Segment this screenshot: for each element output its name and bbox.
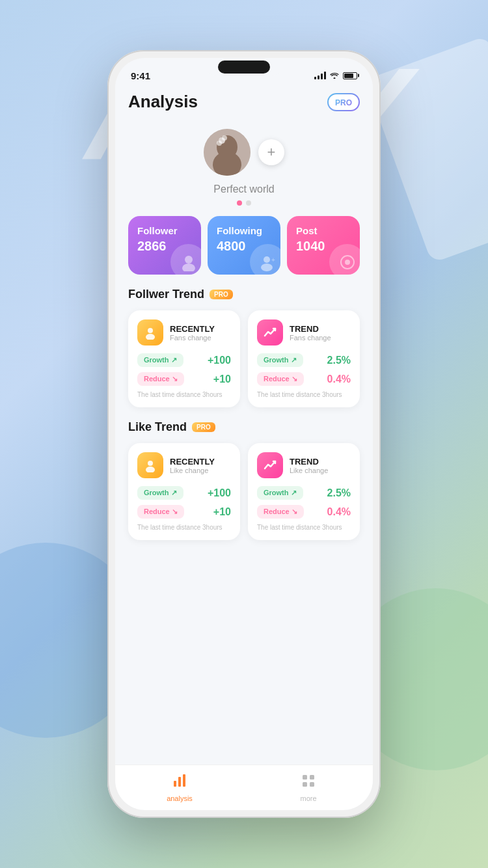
svg-point-15 [148,461,153,466]
follower-recently-title: RECENTLY [170,324,215,334]
stat-card-post[interactable]: Post 1040 [287,216,360,275]
nav-more[interactable]: more [244,765,373,810]
follower-trend-card-header: TREND Fans change [257,319,351,346]
follower-recently-sub: Fans change [170,334,215,342]
like-recently-icon [137,452,163,478]
like-trend-icon [257,452,283,478]
following-label: Following [217,225,271,236]
follower-trend-reduce-value: 0.4% [327,373,351,385]
svg-rect-22 [303,782,307,787]
analysis-icon [172,773,187,793]
stat-card-following[interactable]: Following 4800 + [208,216,280,275]
avatar[interactable] [204,129,251,176]
svg-point-6 [185,256,193,264]
follower-recently-reduce-badge: Reduce ↘ [137,372,184,386]
like-recently-header: RECENTLY Like change [137,452,231,478]
follower-label: Follower [137,225,192,236]
dot-inactive [246,200,251,206]
profile-section: + Perfect world [128,122,360,216]
stat-card-follower[interactable]: Follower 2866 [128,216,201,275]
page-dots [237,200,251,206]
svg-rect-20 [303,775,307,780]
like-trend-time: The last time distance 3hours [257,524,351,531]
trend-icon-pink [257,319,283,346]
svg-rect-17 [174,781,176,787]
like-recently-growth-row: Growth ↗ +100 [137,486,231,500]
follower-trend-row: RECENTLY Fans change Growth ↗ +100 Reduc… [128,310,360,407]
svg-rect-19 [183,774,185,787]
like-recently-sub: Like change [170,467,215,474]
follower-trend-card: TREND Fans change Growth ↗ 2.5% Reduce ↘… [248,310,360,407]
main-content: Analysis PRO [115,87,373,765]
bottom-nav: analysis more [115,765,373,810]
follower-trend-title: Follwer Trend [128,288,204,301]
svg-point-8 [264,256,270,263]
analysis-label: analysis [167,794,193,802]
pro-badge[interactable]: PRO [327,93,360,111]
follower-trend-growth-badge: Growth ↗ [257,353,303,367]
status-time: 9:41 [131,70,150,81]
follower-recently-reduce-value: +10 [213,373,231,385]
follower-recently-growth-badge: Growth ↗ [137,353,183,367]
stats-row: Follower 2866 Following 4800 [128,216,360,275]
follower-recently-growth-row: Growth ↗ +100 [137,353,231,367]
like-recently-growth-badge: Growth ↗ [137,486,183,500]
follower-trend-growth-row: Growth ↗ 2.5% [257,353,351,367]
like-recently-title: RECENTLY [170,457,215,467]
like-trend-card: TREND Like change Growth ↗ 2.5% Reduce ↘… [248,443,360,540]
svg-point-7 [182,264,195,271]
follower-trend-time: The last time distance 3hours [257,391,351,398]
like-trend-card-labels: TREND Like change [290,457,328,474]
follower-trend-reduce-badge: Reduce ↘ [257,372,304,386]
add-account-button[interactable]: + [258,139,284,165]
follower-trend-card-title: TREND [290,324,331,334]
follower-trend-card-sub: Fans change [290,334,331,342]
svg-point-9 [261,264,273,271]
nav-analysis[interactable]: analysis [115,765,244,810]
follower-trend-reduce-row: Reduce ↘ 0.4% [257,372,351,386]
svg-rect-18 [178,777,181,787]
follower-recently-card: RECENTLY Fans change Growth ↗ +100 Reduc… [128,310,240,407]
like-trend-header: Like Trend PRO [128,420,360,434]
svg-point-12 [345,260,350,265]
profile-avatars: + [204,129,284,176]
follower-recently-time: The last time distance 3hours [137,391,231,398]
svg-text:+: + [271,256,275,264]
like-trend-reduce-badge: Reduce ↘ [257,505,304,519]
recently-icon-yellow [137,319,163,346]
battery-fill [344,74,353,78]
follower-trend-pro-badge: PRO [210,290,233,299]
signal-icon [314,72,326,79]
notch-inner [218,61,270,74]
like-recently-reduce-row: Reduce ↘ +10 [137,505,231,519]
profile-name: Perfect world [213,183,274,195]
page-title: Analysis [128,92,198,112]
svg-point-16 [146,467,155,472]
wifi-icon [329,71,340,81]
svg-point-4 [217,141,222,146]
svg-rect-21 [310,775,314,780]
svg-rect-23 [310,782,314,787]
like-trend-card-sub: Like change [290,467,328,474]
svg-point-14 [146,334,155,340]
svg-point-5 [222,135,227,141]
like-trend-reduce-row: Reduce ↘ 0.4% [257,505,351,519]
like-trend-title: Like Trend [128,420,187,434]
status-icons [314,71,357,81]
like-recently-reduce-value: +10 [213,506,231,518]
phone-frame: 9:41 [107,50,381,818]
like-recently-reduce-badge: Reduce ↘ [137,505,184,519]
notch [205,58,283,76]
follower-trend-header: Follwer Trend PRO [128,288,360,301]
more-icon [301,773,316,793]
follower-recently-reduce-row: Reduce ↘ +10 [137,372,231,386]
like-trend-growth-badge: Growth ↗ [257,486,303,500]
more-label: more [300,794,316,802]
battery-icon [343,72,357,79]
like-recently-time: The last time distance 3hours [137,524,231,531]
svg-point-13 [148,328,153,333]
phone-screen: 9:41 [115,58,373,810]
like-trend-card-header: TREND Like change [257,452,351,478]
follower-recently-labels: RECENTLY Fans change [170,324,215,342]
header: Analysis PRO [128,87,360,122]
